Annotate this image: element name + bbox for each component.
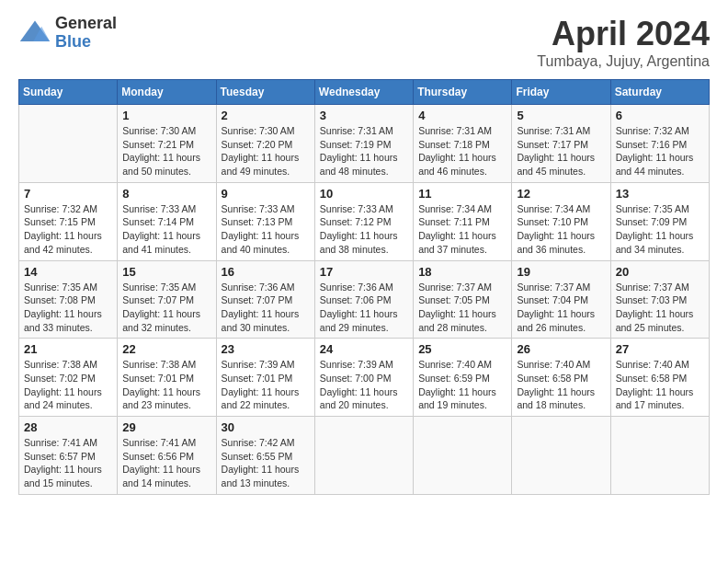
calendar-table: SundayMondayTuesdayWednesdayThursdayFrid… — [18, 79, 710, 495]
week-row-1: 7 Sunrise: 7:32 AMSunset: 7:15 PMDayligh… — [19, 182, 710, 260]
day-header-thursday: Thursday — [414, 80, 512, 105]
cell-day-number: 20 — [616, 265, 704, 279]
calendar-cell: 15 Sunrise: 7:35 AMSunset: 7:07 PMDaylig… — [118, 260, 216, 339]
day-header-friday: Friday — [512, 80, 610, 105]
calendar-cell: 27 Sunrise: 7:40 AMSunset: 6:58 PMDaylig… — [610, 339, 709, 417]
cell-info: Sunrise: 7:31 AMSunset: 7:18 PMDaylight:… — [418, 124, 506, 178]
calendar-cell: 7 Sunrise: 7:32 AMSunset: 7:15 PMDayligh… — [19, 182, 118, 260]
cell-info: Sunrise: 7:41 AMSunset: 6:56 PMDaylight:… — [122, 436, 210, 490]
week-row-4: 28 Sunrise: 7:41 AMSunset: 6:57 PMDaylig… — [19, 417, 710, 495]
calendar-cell: 30 Sunrise: 7:42 AMSunset: 6:55 PMDaylig… — [216, 417, 314, 495]
cell-day-number: 15 — [122, 265, 210, 279]
cell-info: Sunrise: 7:34 AMSunset: 7:11 PMDaylight:… — [418, 202, 506, 257]
cell-info: Sunrise: 7:35 AMSunset: 7:09 PMDaylight:… — [616, 202, 704, 257]
calendar-cell: 23 Sunrise: 7:39 AMSunset: 7:01 PMDaylig… — [216, 339, 314, 417]
calendar-cell: 2 Sunrise: 7:30 AMSunset: 7:20 PMDayligh… — [216, 105, 314, 183]
calendar-cell: 10 Sunrise: 7:33 AMSunset: 7:12 PMDaylig… — [314, 182, 413, 260]
cell-day-number: 29 — [122, 420, 210, 434]
calendar-cell — [314, 417, 413, 495]
title-area: April 2024 Tumbaya, Jujuy, Argentina — [537, 15, 710, 70]
calendar-cell: 20 Sunrise: 7:37 AMSunset: 7:03 PMDaylig… — [610, 260, 709, 339]
cell-info: Sunrise: 7:34 AMSunset: 7:10 PMDaylight:… — [517, 202, 605, 257]
calendar-cell: 29 Sunrise: 7:41 AMSunset: 6:56 PMDaylig… — [118, 417, 216, 495]
cell-day-number: 27 — [616, 342, 704, 356]
cell-info: Sunrise: 7:32 AMSunset: 7:15 PMDaylight:… — [24, 202, 112, 257]
cell-info: Sunrise: 7:30 AMSunset: 7:20 PMDaylight:… — [222, 124, 310, 178]
week-row-3: 21 Sunrise: 7:38 AMSunset: 7:02 PMDaylig… — [19, 339, 710, 417]
calendar-cell: 6 Sunrise: 7:32 AMSunset: 7:16 PMDayligh… — [610, 105, 709, 183]
cell-info: Sunrise: 7:36 AMSunset: 7:06 PMDaylight:… — [320, 281, 408, 335]
cell-info: Sunrise: 7:39 AMSunset: 7:01 PMDaylight:… — [222, 358, 310, 412]
cell-info: Sunrise: 7:39 AMSunset: 7:00 PMDaylight:… — [320, 358, 408, 412]
calendar-cell: 21 Sunrise: 7:38 AMSunset: 7:02 PMDaylig… — [19, 339, 118, 417]
calendar-cell: 11 Sunrise: 7:34 AMSunset: 7:11 PMDaylig… — [414, 182, 512, 260]
cell-day-number: 6 — [616, 109, 704, 122]
cell-info: Sunrise: 7:32 AMSunset: 7:16 PMDaylight:… — [616, 124, 704, 178]
calendar-cell — [414, 417, 512, 495]
cell-info: Sunrise: 7:33 AMSunset: 7:13 PMDaylight:… — [222, 202, 310, 257]
cell-info: Sunrise: 7:36 AMSunset: 7:07 PMDaylight:… — [222, 281, 310, 335]
calendar-cell: 22 Sunrise: 7:38 AMSunset: 7:01 PMDaylig… — [118, 339, 216, 417]
header-row: SundayMondayTuesdayWednesdayThursdayFrid… — [19, 80, 710, 105]
header: General Blue April 2024 Tumbaya, Jujuy, … — [18, 15, 710, 70]
day-header-monday: Monday — [118, 80, 216, 105]
cell-day-number: 26 — [517, 342, 605, 356]
logo: General Blue — [18, 15, 117, 52]
cell-day-number: 13 — [616, 187, 704, 201]
cell-info: Sunrise: 7:40 AMSunset: 6:59 PMDaylight:… — [418, 358, 506, 412]
cell-day-number: 24 — [320, 342, 408, 356]
calendar-cell: 13 Sunrise: 7:35 AMSunset: 7:09 PMDaylig… — [610, 182, 709, 260]
calendar-cell — [610, 417, 709, 495]
day-header-tuesday: Tuesday — [216, 80, 314, 105]
cell-day-number: 28 — [24, 420, 112, 434]
cell-day-number: 10 — [320, 187, 408, 201]
cell-day-number: 16 — [222, 265, 310, 279]
cell-day-number: 7 — [24, 187, 112, 201]
logo-general-text: General — [55, 15, 117, 33]
cell-day-number: 9 — [222, 187, 310, 201]
day-header-saturday: Saturday — [610, 80, 709, 105]
cell-info: Sunrise: 7:41 AMSunset: 6:57 PMDaylight:… — [24, 436, 112, 490]
cell-day-number: 4 — [418, 109, 506, 122]
cell-day-number: 2 — [222, 109, 310, 122]
cell-info: Sunrise: 7:37 AMSunset: 7:03 PMDaylight:… — [616, 281, 704, 335]
cell-day-number: 19 — [517, 265, 605, 279]
cell-info: Sunrise: 7:42 AMSunset: 6:55 PMDaylight:… — [222, 436, 310, 490]
cell-info: Sunrise: 7:40 AMSunset: 6:58 PMDaylight:… — [616, 358, 704, 412]
calendar-cell: 26 Sunrise: 7:40 AMSunset: 6:58 PMDaylig… — [512, 339, 610, 417]
cell-day-number: 12 — [517, 187, 605, 201]
calendar-cell: 17 Sunrise: 7:36 AMSunset: 7:06 PMDaylig… — [314, 260, 413, 339]
week-row-0: 1 Sunrise: 7:30 AMSunset: 7:21 PMDayligh… — [19, 105, 710, 183]
cell-info: Sunrise: 7:37 AMSunset: 7:04 PMDaylight:… — [517, 281, 605, 335]
cell-day-number: 17 — [320, 265, 408, 279]
calendar-cell: 19 Sunrise: 7:37 AMSunset: 7:04 PMDaylig… — [512, 260, 610, 339]
logo-icon — [18, 17, 51, 50]
calendar-cell: 8 Sunrise: 7:33 AMSunset: 7:14 PMDayligh… — [118, 182, 216, 260]
cell-info: Sunrise: 7:33 AMSunset: 7:14 PMDaylight:… — [122, 202, 210, 257]
month-title: April 2024 — [537, 15, 710, 53]
cell-day-number: 30 — [222, 420, 310, 434]
cell-info: Sunrise: 7:31 AMSunset: 7:19 PMDaylight:… — [320, 124, 408, 178]
cell-info: Sunrise: 7:38 AMSunset: 7:02 PMDaylight:… — [24, 358, 112, 412]
calendar-cell: 24 Sunrise: 7:39 AMSunset: 7:00 PMDaylig… — [314, 339, 413, 417]
cell-info: Sunrise: 7:40 AMSunset: 6:58 PMDaylight:… — [517, 358, 605, 412]
cell-info: Sunrise: 7:35 AMSunset: 7:08 PMDaylight:… — [24, 281, 112, 335]
cell-day-number: 1 — [122, 109, 210, 122]
cell-info: Sunrise: 7:33 AMSunset: 7:12 PMDaylight:… — [320, 202, 408, 257]
cell-info: Sunrise: 7:38 AMSunset: 7:01 PMDaylight:… — [122, 358, 210, 412]
calendar-cell: 28 Sunrise: 7:41 AMSunset: 6:57 PMDaylig… — [19, 417, 118, 495]
calendar-cell: 9 Sunrise: 7:33 AMSunset: 7:13 PMDayligh… — [216, 182, 314, 260]
cell-day-number: 14 — [24, 265, 112, 279]
logo-blue-text: Blue — [55, 33, 117, 52]
calendar-cell: 1 Sunrise: 7:30 AMSunset: 7:21 PMDayligh… — [118, 105, 216, 183]
cell-day-number: 23 — [222, 342, 310, 356]
calendar-cell: 16 Sunrise: 7:36 AMSunset: 7:07 PMDaylig… — [216, 260, 314, 339]
calendar-cell: 14 Sunrise: 7:35 AMSunset: 7:08 PMDaylig… — [19, 260, 118, 339]
calendar-cell — [19, 105, 118, 183]
cell-info: Sunrise: 7:30 AMSunset: 7:21 PMDaylight:… — [122, 124, 210, 178]
calendar-cell: 3 Sunrise: 7:31 AMSunset: 7:19 PMDayligh… — [314, 105, 413, 183]
day-header-wednesday: Wednesday — [314, 80, 413, 105]
cell-day-number: 22 — [122, 342, 210, 356]
calendar-cell: 12 Sunrise: 7:34 AMSunset: 7:10 PMDaylig… — [512, 182, 610, 260]
cell-day-number: 5 — [517, 109, 605, 122]
